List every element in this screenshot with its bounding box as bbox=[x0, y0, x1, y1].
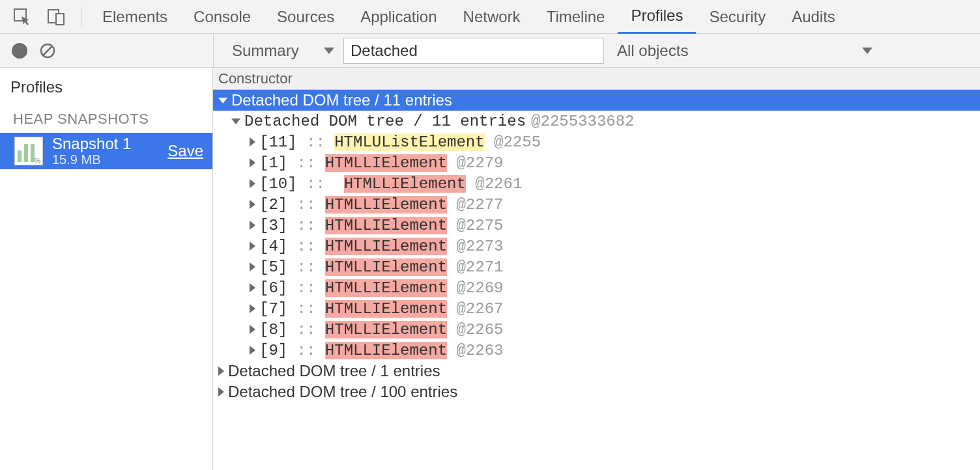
tree-row-index: [6] bbox=[259, 279, 287, 297]
tree-row-element: HTMLLIElement bbox=[325, 258, 447, 276]
expand-arrow-icon[interactable] bbox=[250, 242, 255, 251]
expand-arrow-icon[interactable] bbox=[250, 346, 255, 355]
tree-row-id: @2261 bbox=[475, 175, 522, 193]
tab-network[interactable]: Network bbox=[450, 0, 534, 34]
tree-row-id: @2265 bbox=[456, 321, 503, 339]
tree-row-id: @2271 bbox=[456, 258, 503, 276]
snapshot-size: 15.9 MB bbox=[52, 152, 131, 167]
expand-arrow-icon[interactable] bbox=[250, 325, 255, 334]
snapshot-item[interactable]: % Snapshot 1 15.9 MB Save bbox=[0, 133, 212, 169]
expand-arrow-icon[interactable] bbox=[250, 158, 255, 167]
tree-row-sep: :: bbox=[287, 154, 325, 172]
tree-row-element: HTMLLIElement bbox=[325, 196, 447, 214]
inspect-element-icon[interactable] bbox=[9, 4, 35, 30]
tree-row[interactable]: [11] :: HTMLUListElement @2255 bbox=[213, 131, 980, 152]
tree-row-id: @2255333682 bbox=[531, 113, 634, 130]
tab-audits[interactable]: Audits bbox=[779, 0, 848, 34]
expand-arrow-icon[interactable] bbox=[250, 262, 255, 271]
tree-row-id: @2263 bbox=[456, 342, 503, 359]
tab-profiles[interactable]: Profiles bbox=[618, 0, 696, 34]
tab-security[interactable]: Security bbox=[696, 0, 779, 34]
expand-arrow-icon[interactable] bbox=[218, 387, 224, 396]
svg-rect-2 bbox=[56, 14, 64, 25]
tree-row-sep: :: bbox=[287, 300, 325, 318]
view-select[interactable]: Summary bbox=[223, 38, 343, 64]
tab-application[interactable]: Application bbox=[347, 0, 450, 34]
expand-arrow-icon[interactable] bbox=[250, 304, 255, 313]
profiles-toolbar: Summary All objects bbox=[0, 34, 980, 68]
tree-row-element: HTMLLIElement bbox=[325, 321, 447, 339]
snapshot-save-link[interactable]: Save bbox=[167, 142, 203, 160]
record-icon[interactable] bbox=[12, 43, 27, 59]
tree-row-index: [10] bbox=[259, 175, 297, 193]
tree-row-sep: :: bbox=[287, 196, 325, 214]
separator bbox=[81, 7, 81, 27]
tree-row-index: [9] bbox=[259, 342, 287, 359]
tree-row-id: @2267 bbox=[456, 300, 503, 318]
tree-row[interactable]: Detached DOM tree / 11 entries @22553336… bbox=[213, 111, 980, 131]
tree-row[interactable]: [4] :: HTMLLIElement @2273 bbox=[213, 236, 980, 256]
tree-row-sep: :: bbox=[287, 258, 325, 276]
content: Constructor Detached DOM tree / 11 entri… bbox=[213, 68, 980, 470]
tree-row-element: HTMLLIElement bbox=[325, 154, 447, 172]
tree-row[interactable]: [1] :: HTMLLIElement @2279 bbox=[213, 152, 980, 173]
expand-arrow-icon[interactable] bbox=[250, 200, 255, 209]
tab-sources[interactable]: Sources bbox=[264, 0, 347, 34]
tab-timeline[interactable]: Timeline bbox=[534, 0, 618, 34]
tree-row-selected[interactable]: Detached DOM tree / 11 entries bbox=[213, 90, 980, 111]
sidebar-title: Profiles bbox=[0, 68, 212, 100]
tab-elements[interactable]: Elements bbox=[89, 0, 180, 34]
tree-row[interactable]: [6] :: HTMLLIElement @2269 bbox=[213, 277, 980, 298]
column-header-constructor[interactable]: Constructor bbox=[213, 68, 980, 90]
tree-row-id: @2255 bbox=[494, 133, 541, 151]
tree-row[interactable]: [9] :: HTMLLIElement @2263 bbox=[213, 340, 980, 361]
tree-row-element: HTMLUListElement bbox=[334, 133, 484, 151]
tree-row[interactable]: Detached DOM tree / 1 entries bbox=[213, 361, 980, 381]
tree-row-element: HTMLLIElement bbox=[344, 175, 466, 193]
tree-row[interactable]: [5] :: HTMLLIElement @2271 bbox=[213, 256, 980, 277]
chevron-down-icon bbox=[324, 48, 334, 54]
tree-row-element: HTMLLIElement bbox=[325, 342, 447, 359]
tree-row-element: HTMLLIElement bbox=[325, 217, 447, 234]
svg-line-4 bbox=[43, 46, 52, 55]
expand-arrow-icon[interactable] bbox=[231, 118, 240, 124]
tree-row-sep: :: bbox=[297, 133, 335, 151]
tree-row-element: HTMLLIElement bbox=[325, 238, 447, 255]
clear-icon[interactable] bbox=[39, 42, 56, 59]
tree-row[interactable]: Detached DOM tree / 100 entries bbox=[213, 381, 980, 402]
expand-arrow-icon[interactable] bbox=[250, 179, 255, 188]
tree-row-index: [3] bbox=[259, 217, 287, 234]
device-toolbar-icon[interactable] bbox=[43, 4, 69, 30]
chevron-down-icon bbox=[862, 48, 872, 54]
sidebar-category: HEAP SNAPSHOTS bbox=[0, 100, 212, 133]
class-filter-input[interactable] bbox=[343, 38, 604, 64]
tab-console[interactable]: Console bbox=[180, 0, 264, 34]
tree-row-index: [8] bbox=[259, 321, 287, 339]
devtools-tabbar: ElementsConsoleSourcesApplicationNetwork… bbox=[0, 0, 980, 34]
tree-row-sep: :: bbox=[297, 175, 344, 193]
tree-row-id: @2277 bbox=[456, 196, 503, 214]
tree-row-label: Detached DOM tree / 11 entries bbox=[244, 113, 526, 130]
tree-row[interactable]: [8] :: HTMLLIElement @2265 bbox=[213, 319, 980, 340]
tree-row-index: [1] bbox=[259, 154, 287, 172]
tree-row[interactable]: [10] :: HTMLLIElement @2261 bbox=[213, 173, 980, 194]
tree-row-index: [11] bbox=[259, 133, 297, 151]
tree-row[interactable]: [7] :: HTMLLIElement @2267 bbox=[213, 298, 980, 319]
expand-arrow-icon[interactable] bbox=[250, 283, 255, 292]
profiles-toolbar-right: Summary All objects bbox=[213, 34, 980, 67]
tree-row-sep: :: bbox=[287, 321, 325, 339]
tree-row-id: @2275 bbox=[456, 217, 503, 234]
tree-row-sep: :: bbox=[287, 342, 325, 359]
tree-row-index: [7] bbox=[259, 300, 287, 318]
expand-arrow-icon[interactable] bbox=[250, 137, 255, 146]
tree-row-label: Detached DOM tree / 100 entries bbox=[228, 383, 457, 401]
tree-row[interactable]: [2] :: HTMLLIElement @2277 bbox=[213, 194, 980, 215]
snapshot-name: Snapshot 1 bbox=[52, 135, 131, 153]
expand-arrow-icon[interactable] bbox=[250, 221, 255, 230]
sidebar: Profiles HEAP SNAPSHOTS % Snapshot 1 15.… bbox=[0, 68, 213, 470]
expand-arrow-icon[interactable] bbox=[218, 366, 224, 376]
snapshot-chart-icon: % bbox=[14, 137, 43, 165]
tree-row[interactable]: [3] :: HTMLLIElement @2275 bbox=[213, 215, 980, 236]
expand-arrow-icon[interactable] bbox=[218, 98, 227, 104]
scope-select[interactable]: All objects bbox=[608, 38, 882, 64]
